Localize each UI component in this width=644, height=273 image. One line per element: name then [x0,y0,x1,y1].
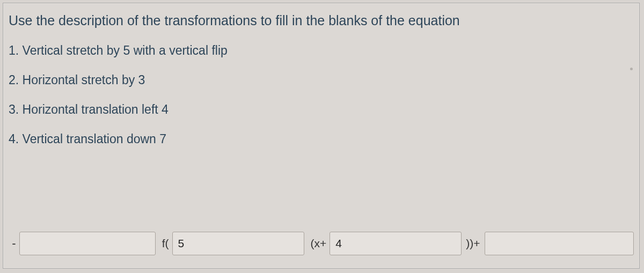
blank-outer-coefficient[interactable] [19,232,156,255]
leading-minus-sign: - [11,237,17,250]
instruction-text: Use the description of the transformatio… [9,13,634,28]
equation-row: - f( (x+ ))+ [9,232,634,255]
blank-horizontal-shift-input[interactable] [335,237,456,250]
transformation-item-2: 2. Horizontal stretch by 3 [9,73,634,87]
blank-vertical-shift-input[interactable] [491,237,628,250]
decorative-dot [630,68,633,70]
blank-vertical-shift[interactable] [485,232,634,255]
f-open-paren: f( [162,237,169,250]
x-plus-text: (x+ [311,237,327,250]
blank-outer-coefficient-input[interactable] [25,237,150,250]
transformation-item-1: 1. Vertical stretch by 5 with a vertical… [9,43,634,58]
transformation-item-4: 4. Vertical translation down 7 [9,132,634,146]
close-parens-plus: ))+ [466,237,480,250]
question-panel: Use the description of the transformatio… [3,3,640,269]
transformation-item-3: 3. Horizontal translation left 4 [9,102,634,117]
blank-inner-coefficient-input[interactable] [178,237,298,250]
blank-horizontal-shift[interactable] [330,232,462,255]
blank-inner-coefficient[interactable] [172,232,304,255]
